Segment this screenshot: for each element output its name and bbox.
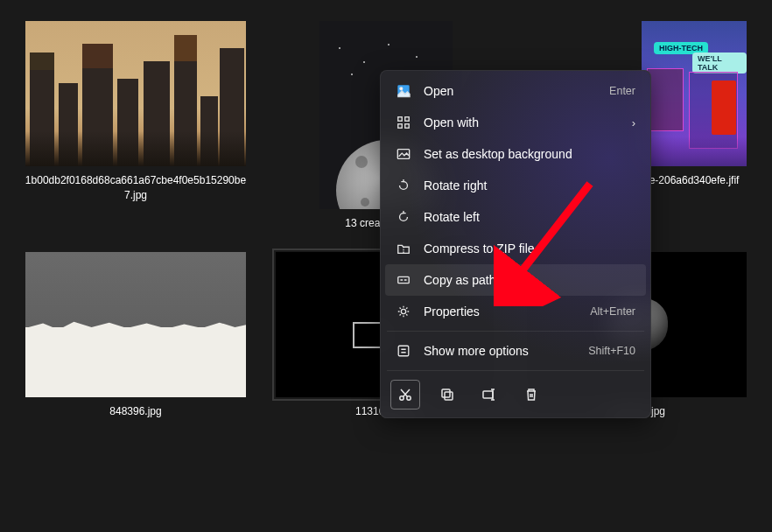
properties-icon	[396, 304, 411, 319]
file-name: e-206a6d340efe.jfif	[649, 173, 740, 188]
svg-point-8	[401, 309, 405, 313]
paint-illustration	[25, 252, 246, 397]
svg-rect-12	[442, 389, 450, 397]
more-icon	[396, 343, 411, 359]
menu-rotate-right[interactable]: Rotate right	[385, 170, 646, 201]
menu-label: Rotate right	[424, 178, 635, 192]
rotate-left-icon	[396, 209, 411, 225]
svg-rect-9	[398, 346, 409, 356]
menu-label: Set as desktop background	[424, 147, 635, 161]
copy-button[interactable]	[432, 380, 462, 410]
chevron-right-icon: ›	[632, 116, 635, 130]
menu-label: Properties	[424, 304, 590, 318]
svg-rect-14	[483, 391, 493, 398]
menu-accel: Shift+F10	[588, 345, 635, 357]
rotate-right-icon	[396, 178, 411, 193]
svg-rect-2	[398, 117, 402, 121]
context-menu: Open Enter Open with › Set as desktop ba…	[380, 70, 651, 418]
menu-action-bar	[385, 374, 646, 413]
cut-button[interactable]	[390, 380, 420, 410]
menu-show-more[interactable]: Show more options Shift+F10	[385, 335, 646, 367]
menu-accel: Alt+Enter	[590, 305, 635, 318]
menu-open[interactable]: Open Enter	[385, 75, 646, 107]
file-name: 848396.jpg	[109, 404, 161, 419]
image-icon	[396, 83, 411, 99]
file-thumbnail: HIGH-TECH WE'LL TALK	[642, 21, 747, 166]
menu-label: Rotate left	[424, 210, 635, 224]
menu-separator	[387, 331, 644, 332]
svg-point-1	[400, 88, 403, 90]
menu-label: Show more options	[424, 344, 588, 358]
neon-illustration: HIGH-TECH WE'LL TALK	[642, 21, 747, 166]
menu-label: Compress to ZIP file	[424, 242, 635, 256]
rename-button[interactable]	[474, 380, 504, 410]
neon-sign: WE'LL TALK	[692, 52, 747, 74]
file-thumbnail	[25, 21, 246, 166]
grid-icon	[396, 115, 411, 130]
delete-button[interactable]	[516, 380, 546, 410]
menu-properties[interactable]: Properties Alt+Enter	[385, 296, 646, 327]
menu-separator	[387, 370, 644, 371]
svg-rect-7	[398, 276, 409, 283]
menu-compress-zip[interactable]: Compress to ZIP file	[385, 233, 646, 264]
menu-label: Open	[424, 84, 609, 98]
menu-copy-as-path[interactable]: Copy as path	[385, 264, 646, 296]
svg-rect-5	[405, 124, 409, 128]
menu-set-background[interactable]: Set as desktop background	[385, 138, 646, 170]
svg-rect-4	[398, 124, 402, 128]
menu-label: Copy as path	[424, 273, 635, 287]
file-name: 1b00db2f0168d68ca661a67cbe4f0e5b15290be7…	[22, 173, 249, 203]
menu-rotate-left[interactable]: Rotate left	[385, 201, 646, 233]
svg-rect-3	[405, 117, 409, 121]
svg-rect-13	[445, 392, 453, 400]
picture-icon	[396, 146, 411, 162]
menu-label: Open with	[424, 116, 632, 130]
menu-accel: Enter	[609, 85, 635, 97]
file-item[interactable]: 1b00db2f0168d68ca661a67cbe4f0e5b15290be7…	[21, 21, 250, 231]
file-item[interactable]: 848396.jpg	[21, 252, 250, 419]
city-illustration	[25, 21, 246, 166]
file-thumbnail	[25, 252, 246, 397]
path-icon	[396, 272, 411, 288]
zip-icon	[396, 241, 411, 256]
menu-open-with[interactable]: Open with ›	[385, 107, 646, 138]
